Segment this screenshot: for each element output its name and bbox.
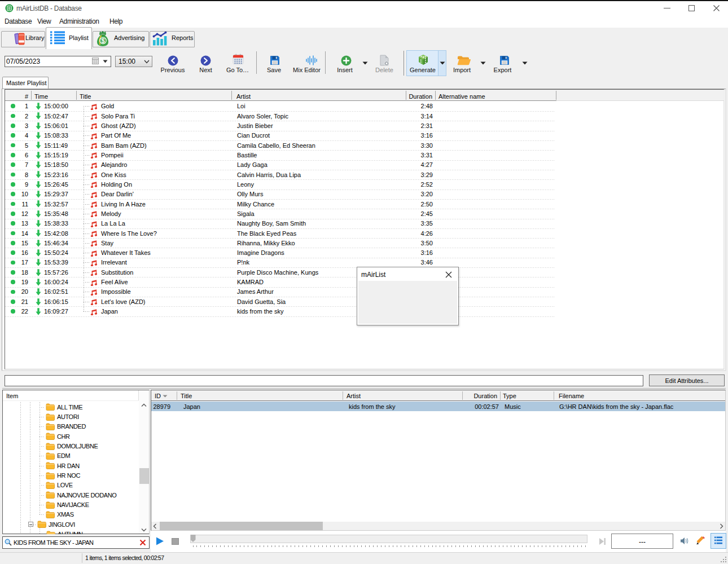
svg-text:$: $ — [102, 37, 105, 44]
